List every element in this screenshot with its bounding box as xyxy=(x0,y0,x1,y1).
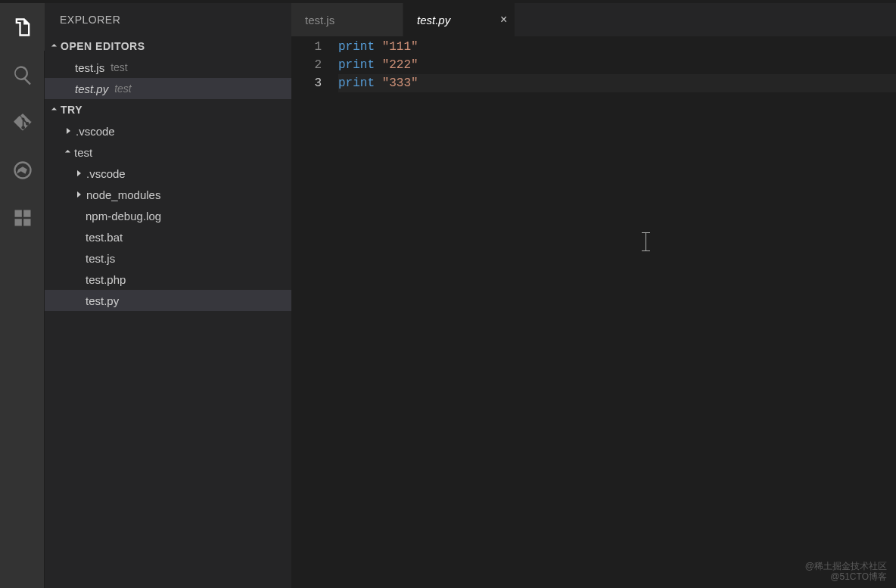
open-editor-item[interactable]: test.py test xyxy=(45,78,291,99)
tab-label: test.py xyxy=(417,14,450,26)
line-number-gutter: 1 2 3 xyxy=(291,38,338,588)
tab[interactable]: test.py × xyxy=(403,3,515,36)
chevron-right-icon xyxy=(77,191,81,198)
activity-extensions[interactable] xyxy=(0,194,45,241)
token-string: "333" xyxy=(382,74,418,92)
chevron-down-icon xyxy=(51,107,57,112)
tree-folder[interactable]: node_modules xyxy=(45,184,291,205)
editor-body[interactable]: 1 2 3 print "111" print "222" print "333… xyxy=(291,36,896,588)
chevron-down-icon xyxy=(51,43,57,48)
sidebar-title: Explorer xyxy=(45,3,291,36)
line-number: 1 xyxy=(291,38,322,56)
tree-label: test xyxy=(74,146,92,159)
tree-label: .vscode xyxy=(86,167,126,180)
line-number: 3 xyxy=(291,74,322,92)
tree-folder[interactable]: .vscode xyxy=(45,163,291,184)
code-line: print "111" xyxy=(338,38,896,56)
tree-file[interactable]: test.php xyxy=(45,269,291,290)
tree-label: .vscode xyxy=(76,125,115,138)
activity-files[interactable] xyxy=(0,3,45,51)
file-tree: .vscode test .vscode node_modules npm-de… xyxy=(45,120,291,311)
file-dir: test xyxy=(110,61,128,73)
tree-file[interactable]: test.bat xyxy=(45,226,291,247)
tab[interactable]: test.js xyxy=(291,3,403,36)
activity-git[interactable] xyxy=(0,98,45,146)
open-editor-item[interactable]: test.js test xyxy=(45,57,291,78)
tree-label: npm-debug.log xyxy=(86,210,161,222)
activity-search[interactable] xyxy=(0,51,45,98)
token-space xyxy=(375,38,382,56)
chevron-down-icon xyxy=(65,149,70,154)
open-editors-label: Open Editors xyxy=(61,40,145,52)
token-keyword: print xyxy=(338,38,375,56)
tree-label: test.js xyxy=(86,252,115,265)
close-icon[interactable]: × xyxy=(500,14,507,26)
token-keyword: print xyxy=(338,74,375,92)
tree-label: test.bat xyxy=(86,231,123,244)
workspace-label: try xyxy=(61,104,82,116)
token-string: "222" xyxy=(382,56,418,74)
token-space xyxy=(375,56,382,74)
chevron-right-icon xyxy=(67,128,70,134)
line-number: 2 xyxy=(291,56,322,74)
token-space xyxy=(375,74,382,92)
tree-label: node_modules xyxy=(86,188,160,201)
tab-bar: test.js test.py × xyxy=(291,3,896,36)
tree-folder[interactable]: test xyxy=(45,142,291,163)
tree-file[interactable]: test.js xyxy=(45,247,291,269)
file-name: test.js xyxy=(75,61,104,74)
workspace-header[interactable]: try xyxy=(45,99,291,120)
tree-file[interactable]: npm-debug.log xyxy=(45,205,291,226)
activity-debug[interactable] xyxy=(0,146,45,194)
file-name: test.py xyxy=(75,82,108,95)
token-string: "111" xyxy=(382,38,418,56)
tree-label: test.php xyxy=(86,273,126,286)
tree-label: test.py xyxy=(86,294,119,307)
sidebar: Explorer Open Editors test.js test test.… xyxy=(45,3,291,588)
code-content[interactable]: print "111" print "222" print "333" xyxy=(338,38,896,588)
tree-folder[interactable]: .vscode xyxy=(45,120,291,142)
watermark-line: @51CTO博客 xyxy=(805,571,887,582)
tree-file[interactable]: test.py xyxy=(45,290,291,311)
code-line: print "333" xyxy=(338,74,896,92)
open-editors-list: test.js test test.py test xyxy=(45,57,291,99)
editor-area: test.js test.py × 1 2 3 print "111" prin… xyxy=(291,3,896,588)
file-dir: test xyxy=(114,82,132,95)
token-keyword: print xyxy=(338,56,375,74)
activity-bar xyxy=(0,3,45,588)
watermark-line: @稀土掘金技术社区 xyxy=(805,561,887,571)
chevron-right-icon xyxy=(77,170,81,176)
open-editors-header[interactable]: Open Editors xyxy=(45,36,291,57)
code-line: print "222" xyxy=(338,56,896,74)
watermark: @稀土掘金技术社区 @51CTO博客 xyxy=(805,561,887,582)
tab-label: test.js xyxy=(305,14,334,26)
